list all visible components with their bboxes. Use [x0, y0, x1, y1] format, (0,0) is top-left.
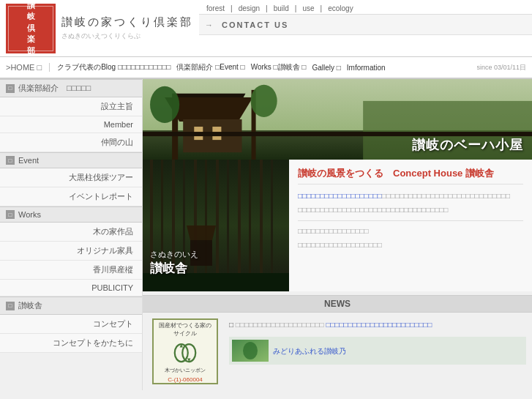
- sidebar-link-mountain[interactable]: 仲間の山: [0, 133, 142, 152]
- tagline: forest | design | build | use | ecology: [199, 3, 532, 15]
- sidebar-link-concept-form[interactable]: コンセプトをかたちに: [0, 334, 142, 353]
- top-bar: 讃岐倶楽部 讃岐の家つくり倶楽部 さぬきのいえつくりくらぶ forest | d…: [0, 0, 532, 57]
- nav-blog[interactable]: クラブ代表のBlog □□□□□□□□□□□□: [54, 62, 173, 72]
- desc-line-4: □□□□□□□□□□□□□□□□□□□: [298, 239, 523, 251]
- sidebar-link-wooden-house[interactable]: 木の家作品: [0, 223, 142, 242]
- news-checkbox: □: [229, 321, 233, 329]
- svg-marker-27: [187, 225, 216, 240]
- news-badge-label: 木づかいニッポン: [165, 367, 206, 374]
- news-body: 国産材でつくる家のサイクル 木づかいニッポン C-(1)-060004: [143, 313, 532, 390]
- since-label: since 03/01/11日: [476, 63, 526, 72]
- sidebar-section-event: □ Event 大黒柱伐採ツアー イベントレポート: [0, 152, 142, 206]
- tagline-sep3: |: [295, 4, 297, 12]
- news-badge: 国産材でつくる家のサイクル 木づかいニッポン C-(1)-060004: [149, 318, 222, 384]
- tagline-sep1: |: [231, 4, 233, 12]
- sidebar-link-kagawa-wood[interactable]: 香川県産樅: [0, 261, 142, 280]
- sidebar-link-tour[interactable]: 大黒柱伐採ツアー: [0, 168, 142, 187]
- desc-line-2: □□□□□□□□□□□□□□□□□□□□□□□□□□□□□□□□□□: [298, 204, 523, 216]
- main-nav: >HOME □ クラブ代表のBlog □□□□□□□□□□□□ 倶楽部紹介 □E…: [0, 57, 532, 79]
- sidebar-section-sanukisha-label: 讃岐舎: [18, 300, 42, 311]
- news-badge-top-text: 国産材でつくる家のサイクル: [154, 320, 217, 339]
- svg-point-11: [251, 85, 277, 117]
- main-content: 讃岐のベーハ小屋: [143, 79, 532, 390]
- tagline-ecology: ecology: [328, 4, 353, 12]
- sidebar-header-club-intro[interactable]: □ 倶楽部紹介 □□□□□: [0, 79, 142, 97]
- hero-forest-label: さぬきのいえ: [150, 249, 198, 260]
- sidebar-section-sanukisha: □ 讃岐舎 コンセプト コンセプトをかたちに: [0, 297, 142, 353]
- nav-information[interactable]: Imformation: [344, 64, 389, 72]
- hero-top-title: 讃岐のベーハ小屋: [412, 136, 523, 154]
- logo-area: 讃岐倶楽部 讃岐の家つくり倶楽部 さぬきのいえつくりくらぶ: [0, 0, 199, 56]
- tagline-build: build: [274, 4, 289, 12]
- news-header: NEWS: [143, 295, 532, 313]
- news-item-2-area: みどりあふれる讃岐乃: [229, 337, 526, 365]
- sidebar-header-works[interactable]: □ Works: [0, 206, 142, 223]
- sidebar-link-publicity[interactable]: PUBLICITY: [0, 280, 142, 297]
- site-title-ruby: さぬきのいえつくりくらぶ: [61, 31, 193, 41]
- sidebar-header-event[interactable]: □ Event: [0, 152, 142, 168]
- tagline-design: design: [239, 4, 260, 12]
- hero-bottom-row: さぬきのいえ 讃岐舎 讃岐の風景をつくる Concept House 讃岐舎 □…: [143, 160, 532, 291]
- news-text: □ □□□□□□□□□□□□□□□□□□□□ □□□□□□□□□□□□□□□□□…: [229, 318, 526, 365]
- sidebar-section-club-label: 倶楽部紹介 □□□□□: [18, 83, 91, 94]
- news-item-2-link[interactable]: みどりあふれる讃岐乃: [273, 345, 346, 357]
- sidebar: □ 倶楽部紹介 □□□□□ 設立主旨 Member 仲間の山 □ Event 大…: [0, 79, 143, 390]
- sidebar-section-club-intro: □ 倶楽部紹介 □□□□□ 設立主旨 Member 仲間の山: [0, 79, 142, 152]
- toggle-icon-event: □: [6, 156, 15, 165]
- sidebar-link-concept[interactable]: コンセプト: [0, 315, 142, 334]
- desc-line-3: □□□□□□□□□□□□□□□□: [298, 225, 523, 237]
- contact-bar[interactable]: → CONTACT US: [199, 15, 532, 35]
- tagline-use: use: [302, 4, 314, 12]
- tagline-sep2: |: [266, 4, 268, 12]
- svg-point-35: [243, 342, 258, 359]
- contact-label: CONTACT US: [222, 20, 288, 29]
- news-item-1: □ □□□□□□□□□□□□□□□□□□□□ □□□□□□□□□□□□□□□□□…: [229, 318, 526, 331]
- hero-top-image: 讃岐のベーハ小屋: [143, 79, 532, 160]
- news-section: NEWS 国産材でつくる家のサイクル 木: [143, 295, 532, 390]
- site-title: 讃岐の家つくり倶楽部: [61, 15, 193, 29]
- logo-text-block: 讃岐の家つくり倶楽部 さぬきのいえつくりくらぶ: [61, 15, 193, 41]
- content-area: □ 倶楽部紹介 □□□□□ 設立主旨 Member 仲間の山 □ Event 大…: [0, 79, 532, 390]
- sidebar-link-founding[interactable]: 設立主旨: [0, 97, 142, 116]
- sidebar-header-sanukisha[interactable]: □ 讃岐舎: [0, 297, 142, 315]
- hero-forest-label-main: 讃岐舎: [150, 260, 198, 277]
- sidebar-link-event-report[interactable]: イベントレポート: [0, 187, 142, 206]
- sidebar-section-event-label: Event: [18, 156, 39, 165]
- svg-point-10: [150, 86, 179, 123]
- nav-club-intro[interactable]: 倶楽部紹介 □Event □: [173, 62, 247, 72]
- top-nav-right: forest | design | build | use | ecology …: [199, 0, 532, 56]
- hero-right-desc: □□□□□□□□□□□□□□□□□□□ □□□□□□□□□□□□□□□□□□□□…: [298, 190, 523, 251]
- toggle-icon-club: □: [6, 84, 15, 93]
- tagline-sep4: |: [321, 4, 323, 12]
- toggle-icon-works: □: [6, 210, 15, 219]
- sidebar-section-works-label: Works: [18, 210, 41, 219]
- hero-forest-image: さぬきのいえ 讃岐舎: [143, 160, 289, 291]
- hero-right-title: 讃岐の風景をつくる Concept House 讃岐舎: [298, 167, 523, 184]
- desc-line-1: □□□□□□□□□□□□□□□□□□□ □□□□□□□□□□□□□□□□□□□□…: [298, 190, 523, 202]
- toggle-icon-sanukisha: □: [6, 302, 15, 310]
- nav-works[interactable]: Works □讃岐舎 □: [248, 62, 310, 72]
- news-badge-code: C-(1)-060004: [168, 376, 203, 383]
- news-item-1-text: □□□□□□□□□□□□□□□□□□□□: [236, 321, 324, 329]
- news-badge-box: 国産材でつくる家のサイクル 木づかいニッポン C-(1)-060004: [152, 318, 218, 384]
- news-item-1-link[interactable]: □□□□□□□□□□□□□□□□□□□□□□□□: [326, 321, 432, 329]
- tagline-forest: forest: [206, 4, 225, 12]
- sidebar-link-furniture[interactable]: オリジナル家具: [0, 242, 142, 261]
- news-item2-icon: [232, 340, 269, 362]
- hero-right: 讃岐の風景をつくる Concept House 讃岐舎 □□□□□□□□□□□□…: [289, 160, 532, 291]
- logo-emblem: 讃岐倶楽部: [6, 4, 56, 53]
- sidebar-section-works: □ Works 木の家作品 オリジナル家具 香川県産樅 PUBLICITY: [0, 206, 142, 297]
- sidebar-link-member[interactable]: Member: [0, 116, 142, 133]
- nav-gallery[interactable]: Gallely □: [309, 64, 343, 72]
- nav-home[interactable]: >HOME □: [6, 63, 50, 72]
- contact-arrow: →: [205, 20, 213, 29]
